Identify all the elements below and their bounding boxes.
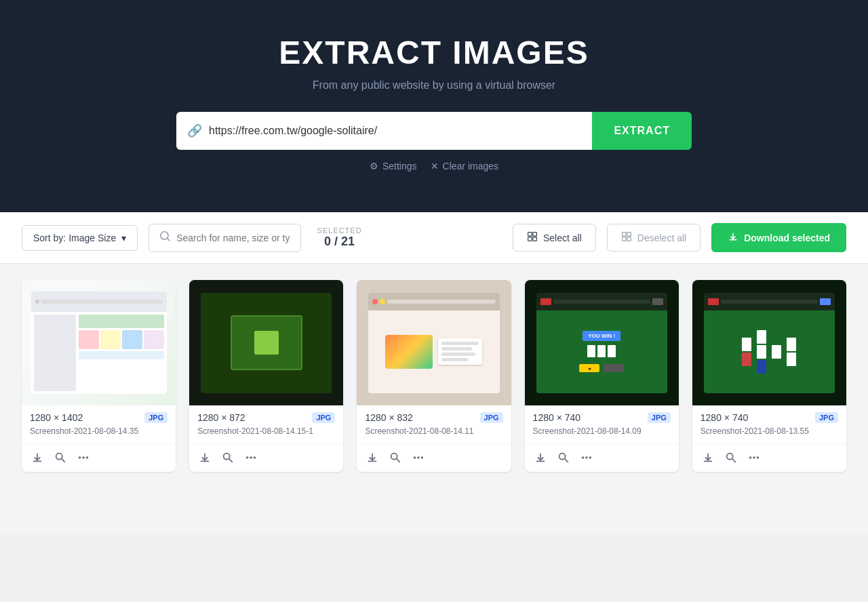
settings-button[interactable]: ⚙ Settings [370, 161, 417, 172]
zoom-image-button[interactable] [556, 450, 571, 465]
images-grid: 1280 × 1402 JPG Screenshot-2021-08-08-14… [22, 280, 846, 472]
image-preview [692, 280, 846, 405]
image-info: 1280 × 1402 JPG Screenshot-2021-08-08-14… [22, 405, 176, 444]
zoom-image-button[interactable] [724, 450, 738, 465]
svg-rect-3 [533, 237, 537, 241]
image-name: Screenshot-2021-08-08-14.09 [533, 426, 671, 437]
image-info: 1280 × 740 JPG Screenshot-2021-08-08-14.… [525, 405, 679, 444]
image-meta: 1280 × 832 JPG [365, 412, 502, 423]
svg-rect-4 [622, 233, 626, 237]
select-all-button[interactable]: Select all [513, 224, 596, 252]
selected-value: 0 / 21 [317, 235, 362, 249]
more-options-button[interactable] [411, 450, 426, 465]
more-options-button[interactable] [76, 450, 91, 465]
zoom-image-button[interactable] [388, 450, 403, 465]
deselect-all-button[interactable]: Deselect all [607, 224, 701, 252]
svg-rect-6 [622, 237, 626, 241]
image-info: 1280 × 832 JPG Screenshot-2021-08-08-14.… [357, 405, 511, 444]
image-type: JPG [312, 412, 335, 423]
zoom-image-button[interactable] [53, 450, 68, 465]
close-icon: ✕ [431, 161, 439, 172]
download-image-button[interactable] [197, 450, 212, 465]
more-options-button[interactable] [243, 450, 258, 465]
image-dims: 1280 × 872 [197, 412, 245, 423]
image-type: JPG [648, 412, 671, 423]
image-type: JPG [815, 412, 838, 423]
image-card: 1280 × 872 JPG Screenshot-2021-08-08-14.… [189, 280, 343, 472]
image-meta: 1280 × 872 JPG [197, 412, 335, 423]
image-card: 1280 × 832 JPG Screenshot-2021-08-08-14.… [357, 280, 511, 472]
download-icon [728, 231, 738, 244]
image-meta: 1280 × 740 JPG [533, 412, 671, 423]
page-subtitle: From any public website by using a virtu… [14, 79, 854, 92]
toolbar: Sort by: Image Size ▾ SELECTED 0 / 21 Se… [0, 212, 868, 264]
deselect-all-icon [621, 231, 632, 244]
extract-button[interactable]: EXTRACT [592, 112, 692, 150]
download-image-button[interactable] [365, 450, 380, 465]
image-name: Screenshot-2021-08-08-14.15-1 [197, 426, 335, 437]
image-preview [357, 280, 511, 405]
image-name: Screenshot-2021-08-08-13.55 [701, 426, 838, 437]
image-type: JPG [480, 412, 503, 423]
svg-rect-5 [627, 233, 631, 237]
image-info: 1280 × 872 JPG Screenshot-2021-08-08-14.… [189, 405, 343, 444]
search-icon [160, 231, 171, 245]
url-bar-container: 🔗 EXTRACT [176, 112, 692, 150]
zoom-image-button[interactable] [220, 450, 235, 465]
image-meta: 1280 × 740 JPG [701, 412, 838, 423]
image-actions [357, 444, 511, 472]
image-card: 1280 × 1402 JPG Screenshot-2021-08-08-14… [22, 280, 176, 472]
image-name: Screenshot-2021-08-08-14.11 [365, 426, 502, 437]
image-info: 1280 × 740 JPG Screenshot-2021-08-08-13.… [692, 405, 846, 444]
image-dims: 1280 × 740 [701, 412, 748, 423]
sort-dropdown[interactable]: Sort by: Image Size ▾ [22, 225, 138, 251]
svg-rect-0 [528, 233, 532, 237]
image-actions [189, 444, 343, 472]
selected-label: SELECTED [317, 226, 362, 235]
selected-count: SELECTED 0 / 21 [317, 226, 362, 249]
more-options-button[interactable] [579, 450, 594, 465]
clear-images-button[interactable]: ✕ Clear images [431, 161, 498, 172]
sort-label: Sort by: Image Size [33, 233, 116, 243]
search-input[interactable] [176, 233, 289, 243]
image-preview [189, 280, 343, 405]
image-type: JPG [144, 412, 167, 423]
search-box [149, 224, 300, 252]
image-actions [525, 444, 679, 472]
sub-actions: ⚙ Settings ✕ Clear images [14, 161, 854, 172]
more-options-button[interactable] [747, 450, 762, 465]
settings-icon: ⚙ [370, 161, 378, 172]
images-section: 1280 × 1402 JPG Screenshot-2021-08-08-14… [0, 264, 868, 535]
image-dims: 1280 × 740 [533, 412, 580, 423]
image-name: Screenshot-2021-08-08-14.35 [30, 426, 167, 437]
download-image-button[interactable] [533, 450, 548, 465]
chevron-down-icon: ▾ [121, 233, 126, 243]
url-input[interactable] [209, 114, 581, 148]
image-card: 1280 × 740 JPG Screenshot-2021-08-08-13.… [692, 280, 846, 472]
url-input-wrapper: 🔗 [176, 112, 592, 150]
svg-rect-7 [627, 237, 631, 241]
image-actions [22, 444, 176, 472]
page-title: EXTRACT IMAGES [14, 34, 854, 71]
image-dims: 1280 × 1402 [30, 412, 83, 423]
image-card: YOU WIN ! ★ 1280 × 74 [525, 280, 679, 472]
image-meta: 1280 × 1402 JPG [30, 412, 167, 423]
download-image-button[interactable] [30, 450, 45, 465]
image-dims: 1280 × 832 [365, 412, 412, 423]
svg-rect-1 [533, 233, 537, 237]
image-actions [692, 444, 846, 472]
image-preview: YOU WIN ! ★ [525, 280, 679, 405]
link-icon: 🔗 [187, 123, 202, 138]
download-selected-button[interactable]: Download selected [711, 223, 846, 252]
select-all-icon [527, 231, 538, 244]
download-image-button[interactable] [701, 450, 715, 465]
image-preview [22, 280, 176, 405]
svg-rect-2 [528, 237, 532, 241]
header-section: EXTRACT IMAGES From any public website b… [0, 0, 868, 212]
